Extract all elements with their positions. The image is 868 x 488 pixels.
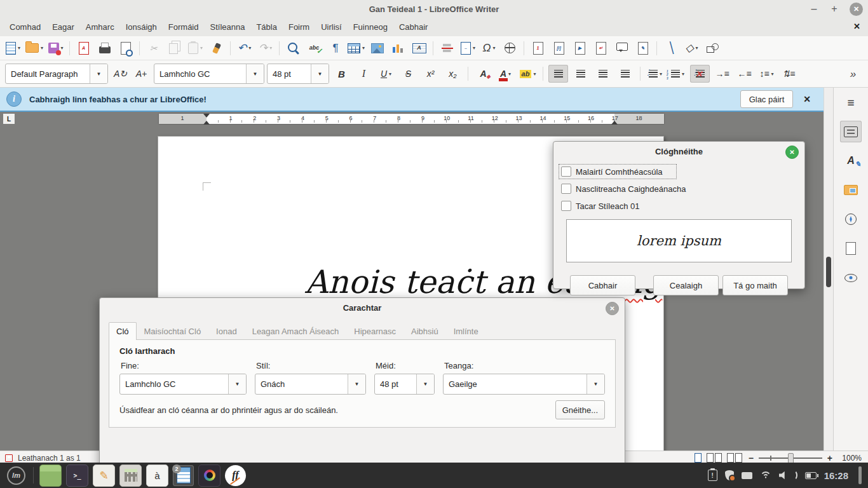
tab-aibhsiu[interactable]: Aibhsiú <box>403 322 446 340</box>
tab-ionad[interactable]: Ionad <box>208 322 245 340</box>
single-page-view-button[interactable] <box>695 453 702 463</box>
bold-button[interactable]: B <box>332 65 351 83</box>
paste-button[interactable] <box>186 39 205 57</box>
insert-cross-reference-button[interactable]: ↵ <box>591 39 611 57</box>
bullet-list-button[interactable] <box>646 65 665 83</box>
basic-shapes-button[interactable]: ◇ <box>682 39 702 57</box>
infobar-close-icon[interactable]: ✕ <box>803 94 811 104</box>
mint-menu-button[interactable]: lm <box>7 466 25 485</box>
file-manager-icon[interactable] <box>39 464 62 487</box>
features-button[interactable]: Gnéithe... <box>555 400 605 419</box>
clone-formatting-button[interactable] <box>207 39 226 57</box>
track-changes-button[interactable]: ✎ <box>633 39 653 57</box>
maximize-icon[interactable]: + <box>829 4 839 14</box>
horizontal-ruler[interactable]: 1 123456789101112131415161718 <box>159 114 664 124</box>
print-button[interactable] <box>95 39 114 57</box>
tray-app-icon[interactable] <box>742 472 752 479</box>
superscript-button[interactable]: x² <box>421 65 440 83</box>
italic-button[interactable]: I <box>354 65 374 83</box>
page-count-label[interactable]: Leathanach 1 as 1 <box>18 454 81 463</box>
terminal-icon[interactable]: >_ <box>66 464 88 487</box>
page-break-button[interactable] <box>437 39 457 57</box>
insert-endnote-button[interactable]: [i] <box>549 39 569 57</box>
insert-image-button[interactable] <box>367 39 387 57</box>
checkbox-box[interactable] <box>561 184 571 194</box>
chevron-down-icon[interactable] <box>416 374 434 394</box>
font-name-combo[interactable]: Lamhchlo GC <box>154 64 264 84</box>
right-indent-marker[interactable] <box>611 118 618 125</box>
align-left-button[interactable] <box>548 65 568 83</box>
font-size-combo[interactable]: 48 pt <box>267 64 329 84</box>
insert-hyperlink-button[interactable] <box>500 39 520 57</box>
volume-icon[interactable] <box>779 471 787 480</box>
navigator-button[interactable] <box>840 208 862 230</box>
standard-ligatures-checkbox[interactable]: Nasclitreacha Caighdeánacha <box>561 184 686 194</box>
draw-functions-button[interactable] <box>703 39 722 57</box>
character-dialog-titlebar[interactable]: Carachtar ✕ <box>100 298 625 317</box>
multi-page-view-button[interactable] <box>707 453 722 463</box>
styles-button[interactable]: A <box>840 150 862 172</box>
stylistic-set-01-checkbox[interactable]: Tacar Stíleach 01 <box>561 201 797 211</box>
zoom-in-icon[interactable]: + <box>827 454 832 463</box>
menu-item[interactable]: Fuinneog <box>348 19 393 35</box>
show-desktop-button[interactable] <box>858 466 862 484</box>
more-options-button[interactable]: » <box>843 65 863 83</box>
redo-button[interactable]: ↷ <box>255 39 275 57</box>
insert-field-button[interactable]: – <box>458 39 478 57</box>
properties-button[interactable] <box>840 121 862 142</box>
justify-button[interactable] <box>615 65 635 83</box>
font-features-dialog-titlebar[interactable]: Clóghnéithe ✕ <box>553 142 804 161</box>
menu-item[interactable]: Comhad <box>4 19 46 35</box>
underline-button[interactable]: U <box>376 65 396 83</box>
window-close-icon[interactable]: ✕ <box>850 3 863 16</box>
menu-item[interactable]: Foirm <box>283 19 315 35</box>
close-document-icon[interactable]: ✕ <box>853 22 860 31</box>
update-manager-icon[interactable] <box>725 470 734 480</box>
title-bar[interactable]: Gan Teideal 1 - LibreOffice Writer – + ✕ <box>0 0 868 18</box>
chevron-down-icon[interactable] <box>311 64 329 83</box>
zoom-slider[interactable] <box>759 458 822 459</box>
fontforge-icon[interactable]: ff <box>225 465 246 486</box>
calculator-icon[interactable] <box>119 464 142 487</box>
page-button[interactable] <box>840 238 862 259</box>
paragraph-style-combo[interactable]: Default Paragraph <box>5 64 108 84</box>
chevron-down-icon[interactable] <box>90 64 107 83</box>
chevron-down-icon[interactable] <box>348 374 365 394</box>
paragraph-spacing-button[interactable]: ⇅≡ <box>779 65 799 83</box>
copy-button[interactable] <box>165 39 184 57</box>
new-style-button[interactable]: A+ <box>132 65 151 83</box>
menu-item[interactable]: Ionsáigh <box>120 19 163 35</box>
clipboard-tray-icon[interactable] <box>708 470 717 481</box>
tab-leagan-amach-aiseach[interactable]: Leagan Amach Áiseach <box>245 322 347 340</box>
insert-textbox-button[interactable]: A <box>409 39 429 57</box>
ok-button[interactable]: Tá go maith <box>722 275 788 295</box>
align-right-button[interactable] <box>593 65 613 83</box>
menu-item[interactable]: Stíleanna <box>204 19 250 35</box>
accessibility-check-button[interactable] <box>840 267 862 288</box>
font-features-dialog-close-icon[interactable]: ✕ <box>785 146 799 159</box>
field-combo[interactable]: Lamhchlo GC <box>119 374 247 395</box>
insert-bookmark-button[interactable]: ▶ <box>570 39 590 57</box>
field-combo[interactable]: Gnách <box>255 374 366 395</box>
tab-stop-selector[interactable]: L <box>3 114 15 124</box>
chevron-down-icon[interactable] <box>246 64 264 83</box>
field-combo[interactable]: Gaeilge <box>443 374 605 395</box>
chevron-down-icon[interactable] <box>228 374 246 394</box>
vertical-scrollbar[interactable] <box>824 88 833 451</box>
gallery-button[interactable] <box>840 179 862 201</box>
highlight-color-button[interactable]: ab <box>518 65 538 83</box>
contextual-alternates-checkbox[interactable]: Malairtí Comhthéacsúla <box>561 166 674 177</box>
font-color-button[interactable]: A <box>496 65 515 83</box>
insert-comment-button[interactable] <box>612 39 632 57</box>
line-spacing-button[interactable]: ↕≡ <box>757 65 776 83</box>
menu-item[interactable]: Uirlisí <box>315 19 348 35</box>
insert-footnote-button[interactable]: 1 <box>528 39 548 57</box>
special-character-button[interactable]: Ω <box>479 39 499 57</box>
cancel-button[interactable]: Cealaigh <box>653 275 719 295</box>
scrollbar-thumb[interactable] <box>826 257 831 287</box>
update-style-button[interactable]: A↻ <box>111 65 130 83</box>
formatting-marks-button[interactable]: ¶ <box>325 39 345 57</box>
tab-clo[interactable]: Cló <box>109 322 137 340</box>
export-pdf-button[interactable]: A <box>74 39 93 57</box>
menu-item[interactable]: Eagar <box>46 19 80 35</box>
